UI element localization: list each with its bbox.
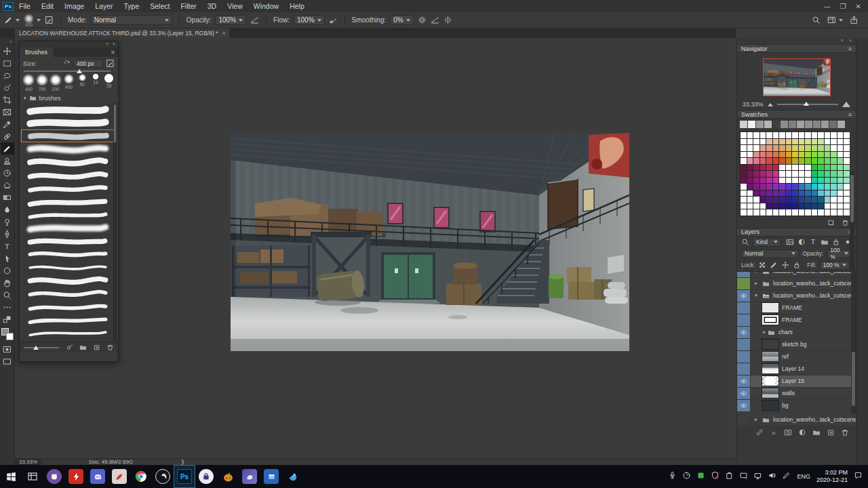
new-brush-group-icon[interactable] — [79, 344, 87, 351]
swatch[interactable] — [831, 145, 837, 151]
tool-gradient[interactable] — [1, 191, 14, 203]
brush-stroke-item[interactable] — [21, 103, 117, 116]
swatch[interactable] — [773, 145, 779, 151]
layer-row[interactable]: ▾ location_wareho...tack_cutscene11 — [737, 290, 856, 302]
swatch[interactable] — [760, 158, 766, 164]
swatch[interactable] — [753, 190, 760, 197]
swatch[interactable] — [760, 165, 766, 171]
layer-row[interactable]: ▸ location_wareho...tack_cutscene12 — [737, 278, 856, 290]
swatch[interactable] — [818, 209, 824, 216]
layer-row[interactable]: Layer 14 — [737, 363, 856, 375]
swatch[interactable] — [766, 171, 772, 177]
taskbar-game-app-app[interactable] — [217, 465, 239, 488]
layer-row[interactable]: ▸ chars — [737, 327, 856, 339]
swatch[interactable] — [747, 152, 753, 158]
swatch[interactable] — [741, 197, 747, 203]
swatch[interactable] — [786, 190, 792, 197]
swatch[interactable] — [805, 171, 811, 177]
layer-row[interactable]: walls — [737, 388, 856, 400]
swatch[interactable] — [825, 145, 831, 151]
swatch[interactable] — [818, 203, 824, 209]
taskbar-github-app[interactable] — [43, 465, 65, 488]
brush-stroke-item[interactable] — [21, 156, 117, 169]
swatch[interactable] — [747, 165, 753, 171]
brush-stroke-item[interactable] — [21, 208, 117, 221]
tool-blur[interactable] — [1, 203, 14, 216]
navigator-thumbnail[interactable] — [763, 58, 831, 96]
tool-lasso[interactable] — [1, 69, 14, 81]
swatch[interactable] — [753, 171, 760, 177]
swatch[interactable] — [753, 165, 760, 171]
taskbar-paint-app-app[interactable] — [108, 465, 130, 488]
swatch[interactable] — [760, 139, 766, 145]
layer-filter-kind-select[interactable]: Kind — [753, 238, 781, 247]
layer-visibility-toggle[interactable] — [737, 400, 751, 411]
swatch[interactable] — [837, 209, 844, 216]
layer-visibility-toggle[interactable] — [737, 314, 751, 326]
swatch[interactable] — [805, 158, 811, 164]
swatch[interactable] — [747, 132, 753, 138]
swatches-header[interactable]: Swatches ≡ — [737, 110, 856, 119]
swatch[interactable] — [766, 209, 772, 216]
swatch[interactable] — [786, 139, 792, 145]
swatch[interactable] — [831, 190, 837, 197]
swatch[interactable] — [792, 190, 798, 197]
swatch[interactable] — [844, 178, 850, 184]
navigator-slider-thumb[interactable] — [804, 102, 809, 106]
panel-close-icon[interactable]: × — [113, 41, 115, 47]
swatch[interactable] — [773, 132, 779, 138]
swatch[interactable] — [799, 197, 805, 203]
swatch[interactable] — [753, 158, 760, 164]
layer-visibility-toggle[interactable] — [737, 414, 751, 426]
swatch[interactable] — [747, 203, 753, 209]
navigator-zoom-slider[interactable] — [777, 104, 838, 105]
swatch[interactable] — [760, 209, 766, 216]
brush-preset-700[interactable]: 700 — [36, 74, 49, 92]
brush-stroke-item[interactable] — [21, 261, 117, 274]
layer-filter-folder-icon[interactable] — [821, 238, 829, 246]
share-icon[interactable] — [850, 16, 859, 24]
swatch[interactable] — [818, 145, 824, 151]
swatch[interactable] — [786, 165, 792, 171]
layer-list-scrollbar[interactable] — [851, 272, 856, 414]
swatch[interactable] — [829, 121, 837, 128]
swatch[interactable] — [831, 165, 837, 171]
layer-row[interactable]: ▸ location_wareho...tack_cutscene13 — [737, 271, 856, 278]
swatch[interactable] — [837, 203, 844, 209]
swatch[interactable] — [805, 178, 811, 184]
swatch[interactable] — [818, 165, 824, 171]
opacity-select[interactable]: 100% — [215, 15, 246, 25]
swatch[interactable] — [792, 152, 798, 158]
tray-tablet-icon[interactable] — [739, 470, 748, 483]
swatch[interactable] — [753, 139, 760, 145]
layer-thumbnail[interactable] — [762, 400, 779, 411]
swatch[interactable] — [812, 190, 818, 197]
layers-newlayer-button[interactable] — [827, 428, 835, 436]
swatch[interactable] — [837, 121, 845, 128]
lock-checker-icon[interactable] — [758, 261, 766, 269]
layer-row[interactable]: ref — [737, 351, 856, 363]
swatch[interactable] — [818, 197, 824, 203]
swatch[interactable] — [792, 209, 798, 216]
swatch[interactable] — [812, 184, 818, 190]
taskbar-password-app-app[interactable] — [195, 465, 217, 488]
menu-3d[interactable]: 3D — [208, 2, 216, 10]
layer-fill-select[interactable]: 100 % — [820, 261, 850, 270]
swatch[interactable] — [812, 139, 818, 145]
navigator-zoom-value[interactable]: 33.33% — [743, 101, 764, 108]
tool-pen[interactable] — [1, 228, 14, 240]
swatch[interactable] — [799, 178, 805, 184]
swatch[interactable] — [741, 165, 747, 171]
tool-marquee[interactable] — [1, 57, 14, 69]
swatch[interactable] — [773, 139, 779, 145]
menu-image[interactable]: Image — [64, 2, 84, 10]
layers-link-button[interactable] — [755, 428, 764, 436]
tool-frame[interactable] — [1, 106, 14, 118]
swatch[interactable] — [837, 184, 844, 190]
layer-visibility-toggle[interactable] — [737, 271, 751, 277]
swatch[interactable] — [766, 165, 772, 171]
lock-move-icon[interactable] — [781, 261, 789, 269]
brush-stroke-item[interactable] — [21, 195, 117, 208]
swatch[interactable] — [825, 165, 831, 171]
tool-screen-mode[interactable] — [1, 355, 14, 367]
